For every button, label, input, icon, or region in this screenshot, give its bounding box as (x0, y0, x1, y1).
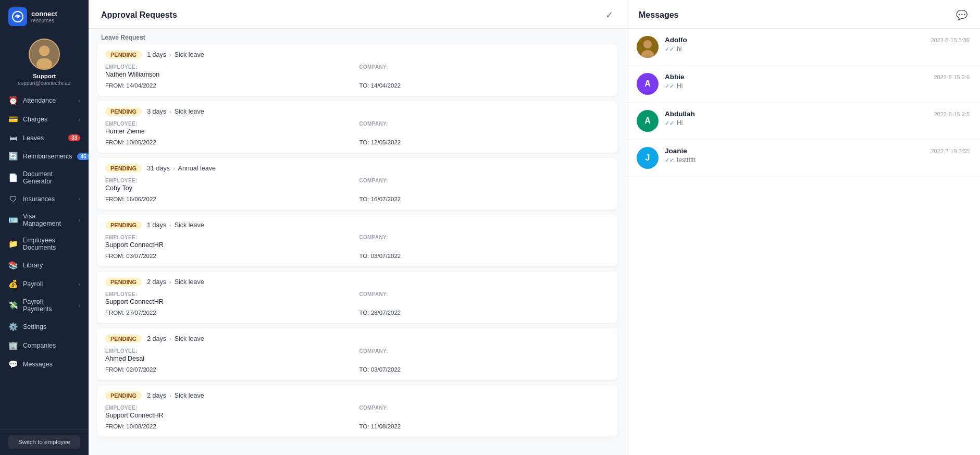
message-top: Adolfo 2022-8-15 3:36 (665, 36, 970, 44)
logo-subtitle: resources (31, 18, 57, 23)
to-date-info: TO: 12/05/2022 (359, 139, 610, 145)
to-date: TO: 03/07/2022 (359, 253, 610, 259)
username: Support (33, 73, 56, 79)
days-info: 2 days › Sick leave (147, 278, 204, 286)
leave-type: Sick leave (175, 278, 204, 286)
check-icon[interactable]: ✓ (605, 9, 613, 21)
message-time: 2022-8-15 2:6 (934, 74, 970, 80)
sidebar-item-label: Document Generator (23, 170, 80, 185)
message-body-abdullah: Abdullah 2022-8-15 2:5 ✓✓ Hi (665, 110, 970, 127)
svg-point-1 (17, 16, 19, 18)
sidebar-item-reimbursements[interactable]: 🔄 Reimbursements 45 (0, 147, 89, 166)
request-card: PENDING 3 days › Sick leave EMPLOYEE: Hu… (97, 101, 617, 153)
read-check-icon: ✓✓ (665, 120, 674, 127)
leave-type: Annual leave (178, 165, 216, 172)
days-info: 3 days › Sick leave (147, 108, 204, 115)
message-item-abbie[interactable]: A Abbie 2022-8-15 2:6 ✓✓ Hi (626, 66, 980, 103)
preview-text: Hi (677, 82, 683, 90)
sender-name: Abdullah (665, 110, 695, 118)
sidebar-item-label: Leaves (23, 134, 63, 142)
message-preview: ✓✓ hi (665, 45, 970, 53)
employee-info: EMPLOYEE: Support ConnectHR (105, 291, 355, 305)
sidebar-item-label: Employees Documents (23, 237, 80, 251)
sidebar-item-label: Companies (23, 342, 80, 349)
employee-info: EMPLOYEE: Support ConnectHR (105, 405, 355, 419)
chevron-right-icon: › (79, 217, 80, 223)
to-date-info: TO: 03/07/2022 (359, 366, 610, 373)
sidebar-item-payroll[interactable]: 💰 Payroll › (0, 275, 89, 293)
chevron-right-icon: › (79, 196, 80, 202)
message-item-abdullah[interactable]: A Abdullah 2022-8-15 2:5 ✓✓ Hi (626, 103, 980, 140)
request-card-header: PENDING 2 days › Sick leave (105, 335, 609, 343)
arrow-icon: › (169, 279, 171, 285)
sidebar-item-library[interactable]: 📚 Library (0, 256, 89, 275)
approval-panel-header: Approval Requests ✓ (89, 0, 626, 29)
chevron-right-icon: › (79, 303, 80, 309)
logo-name: connect (31, 10, 57, 18)
employee-name: Support ConnectHR (105, 412, 355, 419)
days-count: 2 days (147, 392, 166, 399)
status-badge: PENDING (105, 278, 142, 286)
avatar-abdullah: A (637, 110, 659, 132)
sidebar-footer: Switch to employee (0, 429, 89, 455)
sidebar-item-visa-management[interactable]: 🪪 Visa Management › (0, 208, 89, 232)
sidebar-item-companies[interactable]: 🏢 Companies (0, 336, 89, 355)
company-label: COMPANY: (359, 178, 610, 183)
days-info: 1 days › Sick leave (147, 51, 204, 58)
to-date: TO: 16/07/2022 (359, 196, 610, 202)
days-count: 3 days (147, 108, 166, 115)
request-card-body: EMPLOYEE: Ahmed Desai COMPANY: FROM: 02/… (105, 348, 609, 373)
svg-point-3 (39, 45, 50, 56)
switch-to-employee-button[interactable]: Switch to employee (8, 435, 80, 449)
sidebar-item-employees-documents[interactable]: 📁 Employees Documents (0, 232, 89, 256)
employee-info: EMPLOYEE: Ahmed Desai (105, 348, 355, 362)
sidebar-item-leaves[interactable]: 🛏 Leaves 33 (0, 129, 89, 147)
user-email: support@connecthr.ae (18, 80, 71, 86)
chat-icon[interactable]: 💬 (956, 9, 967, 21)
arrow-icon: › (173, 165, 175, 171)
sidebar-item-payroll-payments[interactable]: 💸 Payroll Payments › (0, 293, 89, 317)
days-count: 1 days (147, 51, 166, 58)
sidebar-item-label: Payroll (23, 280, 73, 288)
sidebar-item-insurances[interactable]: 🛡 Insurances › (0, 190, 89, 208)
sidebar-item-messages[interactable]: 💬 Messages (0, 355, 89, 374)
request-card: PENDING 2 days › Sick leave EMPLOYEE: Su… (97, 272, 617, 323)
from-date: FROM: 16/06/2022 (105, 196, 355, 202)
days-info: 1 days › Sick leave (147, 222, 204, 229)
employee-name: Hunter Zieme (105, 128, 355, 135)
request-card-header: PENDING 1 days › Sick leave (105, 51, 609, 59)
settings-icon: ⚙️ (8, 322, 18, 331)
logo-icon (8, 7, 27, 26)
visa-icon: 🪪 (8, 215, 18, 225)
sidebar-item-settings[interactable]: ⚙️ Settings (0, 317, 89, 336)
message-item-joanie[interactable]: J Joanie 2022-7-19 3:55 ✓✓ testttttt (626, 140, 980, 177)
request-card-header: PENDING 31 days › Annual leave (105, 164, 609, 173)
avatar-adolfo (637, 36, 659, 58)
sidebar-item-label: Insurances (23, 195, 73, 203)
message-item-adolfo[interactable]: Adolfo 2022-8-15 3:36 ✓✓ hi (626, 29, 980, 66)
employee-info: EMPLOYEE: Nathen Williamson (105, 64, 355, 78)
company-label: COMPANY: (359, 235, 610, 240)
sidebar: connect resources Support support@connec… (0, 0, 89, 455)
leave-type: Sick leave (175, 335, 204, 342)
employee-label: EMPLOYEE: (105, 235, 355, 240)
company-info: COMPANY: (359, 64, 610, 78)
library-icon: 📚 (8, 261, 18, 270)
company-info: COMPANY: (359, 348, 610, 362)
message-preview: ✓✓ testttttt (665, 156, 970, 164)
attendance-icon: ⏰ (8, 96, 18, 105)
status-badge: PENDING (105, 51, 142, 59)
message-time: 2022-8-15 3:36 (931, 37, 970, 43)
sidebar-item-document-generator[interactable]: 📄 Document Generator (0, 166, 89, 190)
to-date: TO: 12/05/2022 (359, 139, 610, 145)
sender-name: Abbie (665, 73, 685, 81)
approval-panel-title: Approval Requests (101, 10, 177, 20)
to-date-info: TO: 14/04/2022 (359, 82, 610, 89)
sidebar-item-attendance[interactable]: ⏰ Attendance › (0, 91, 89, 110)
request-card-header: PENDING 2 days › Sick leave (105, 391, 609, 400)
employee-label: EMPLOYEE: (105, 178, 355, 183)
sidebar-item-charges[interactable]: 💳 Charges › (0, 110, 89, 129)
leave-type: Sick leave (175, 51, 204, 58)
status-badge: PENDING (105, 391, 142, 400)
from-date-info: FROM: 03/07/2022 (105, 253, 355, 259)
